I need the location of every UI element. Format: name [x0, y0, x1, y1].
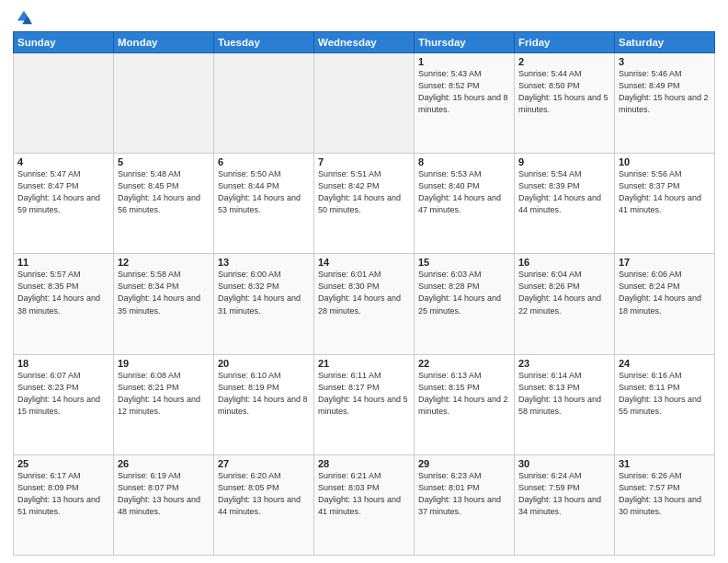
day-info: Sunrise: 6:01 AMSunset: 8:30 PMDaylight:…: [318, 269, 410, 316]
calendar-cell: 3Sunrise: 5:46 AMSunset: 8:49 PMDaylight…: [615, 53, 715, 154]
day-number: 5: [118, 156, 210, 167]
calendar-cell: 4Sunrise: 5:47 AMSunset: 8:47 PMDaylight…: [14, 154, 114, 254]
day-number: 3: [619, 56, 711, 67]
day-info: Sunrise: 5:57 AMSunset: 8:35 PMDaylight:…: [17, 269, 109, 316]
week-row-5: 25Sunrise: 6:17 AMSunset: 8:09 PMDayligh…: [14, 454, 715, 555]
day-info: Sunrise: 6:04 AMSunset: 8:26 PMDaylight:…: [518, 269, 610, 316]
logo-icon: [16, 9, 32, 26]
day-number: 12: [118, 257, 210, 268]
day-info: Sunrise: 5:53 AMSunset: 8:40 PMDaylight:…: [418, 168, 510, 216]
day-number: 15: [418, 257, 510, 268]
day-number: 4: [17, 156, 109, 167]
calendar-cell: 27Sunrise: 6:20 AMSunset: 8:05 PMDayligh…: [214, 454, 314, 555]
calendar-cell: 31Sunrise: 6:26 AMSunset: 7:57 PMDayligh…: [615, 454, 715, 555]
calendar-cell: 30Sunrise: 6:24 AMSunset: 7:59 PMDayligh…: [515, 454, 615, 555]
day-info: Sunrise: 6:26 AMSunset: 7:57 PMDaylight:…: [619, 470, 711, 518]
calendar-cell: 25Sunrise: 6:17 AMSunset: 8:09 PMDayligh…: [14, 454, 114, 555]
day-info: Sunrise: 6:23 AMSunset: 8:01 PMDaylight:…: [418, 470, 510, 518]
day-number: 31: [619, 458, 711, 469]
day-number: 11: [17, 257, 109, 268]
day-info: Sunrise: 6:21 AMSunset: 8:03 PMDaylight:…: [318, 470, 410, 518]
calendar-cell: 21Sunrise: 6:11 AMSunset: 8:17 PMDayligh…: [314, 354, 415, 454]
calendar-cell: 8Sunrise: 5:53 AMSunset: 8:40 PMDaylight…: [415, 154, 515, 254]
day-info: Sunrise: 6:14 AMSunset: 8:13 PMDaylight:…: [518, 370, 610, 418]
day-info: Sunrise: 6:16 AMSunset: 8:11 PMDaylight:…: [619, 370, 711, 418]
day-number: 23: [518, 358, 610, 369]
calendar-cell: 20Sunrise: 6:10 AMSunset: 8:19 PMDayligh…: [214, 354, 314, 454]
day-number: 10: [619, 156, 711, 167]
day-number: 2: [518, 56, 610, 67]
calendar-cell: 6Sunrise: 5:50 AMSunset: 8:44 PMDaylight…: [214, 154, 314, 254]
day-number: 20: [218, 358, 310, 369]
day-number: 19: [118, 358, 210, 369]
calendar-cell: 9Sunrise: 5:54 AMSunset: 8:39 PMDaylight…: [515, 154, 615, 254]
day-number: 9: [518, 156, 610, 167]
day-number: 26: [118, 458, 210, 469]
week-row-2: 4Sunrise: 5:47 AMSunset: 8:47 PMDaylight…: [14, 154, 715, 254]
calendar-cell: 22Sunrise: 6:13 AMSunset: 8:15 PMDayligh…: [415, 354, 515, 454]
day-number: 22: [418, 358, 510, 369]
day-info: Sunrise: 6:06 AMSunset: 8:24 PMDaylight:…: [619, 269, 711, 316]
week-row-3: 11Sunrise: 5:57 AMSunset: 8:35 PMDayligh…: [14, 254, 715, 354]
day-info: Sunrise: 5:48 AMSunset: 8:45 PMDaylight:…: [118, 168, 210, 216]
day-number: 24: [619, 358, 711, 369]
day-number: 13: [218, 257, 310, 268]
calendar-cell: 26Sunrise: 6:19 AMSunset: 8:07 PMDayligh…: [114, 454, 214, 555]
week-row-4: 18Sunrise: 6:07 AMSunset: 8:23 PMDayligh…: [14, 354, 715, 454]
day-number: 7: [318, 156, 410, 167]
day-info: Sunrise: 5:50 AMSunset: 8:44 PMDaylight:…: [218, 168, 310, 216]
day-info: Sunrise: 6:10 AMSunset: 8:19 PMDaylight:…: [218, 370, 310, 418]
calendar-cell: 15Sunrise: 6:03 AMSunset: 8:28 PMDayligh…: [415, 254, 515, 354]
day-info: Sunrise: 5:58 AMSunset: 8:34 PMDaylight:…: [118, 269, 210, 316]
day-number: 18: [17, 358, 109, 369]
day-number: 28: [318, 458, 410, 469]
day-number: 21: [318, 358, 410, 369]
calendar-cell: [214, 53, 314, 154]
calendar-cell: 29Sunrise: 6:23 AMSunset: 8:01 PMDayligh…: [415, 454, 515, 555]
page-header: [13, 9, 715, 26]
calendar-cell: 28Sunrise: 6:21 AMSunset: 8:03 PMDayligh…: [314, 454, 415, 555]
weekday-header-saturday: Saturday: [615, 32, 715, 53]
day-number: 14: [318, 257, 410, 268]
logo: [13, 9, 32, 26]
day-info: Sunrise: 5:47 AMSunset: 8:47 PMDaylight:…: [17, 168, 109, 216]
day-info: Sunrise: 6:11 AMSunset: 8:17 PMDaylight:…: [318, 370, 410, 418]
day-info: Sunrise: 6:19 AMSunset: 8:07 PMDaylight:…: [118, 470, 210, 518]
day-number: 8: [418, 156, 510, 167]
day-number: 29: [418, 458, 510, 469]
day-info: Sunrise: 6:17 AMSunset: 8:09 PMDaylight:…: [17, 470, 109, 518]
day-number: 17: [619, 257, 711, 268]
calendar-cell: 23Sunrise: 6:14 AMSunset: 8:13 PMDayligh…: [515, 354, 615, 454]
day-number: 25: [17, 458, 109, 469]
calendar-cell: 13Sunrise: 6:00 AMSunset: 8:32 PMDayligh…: [214, 254, 314, 354]
calendar-cell: 19Sunrise: 6:08 AMSunset: 8:21 PMDayligh…: [114, 354, 214, 454]
day-info: Sunrise: 6:08 AMSunset: 8:21 PMDaylight:…: [118, 370, 210, 418]
day-number: 16: [518, 257, 610, 268]
day-number: 27: [218, 458, 310, 469]
weekday-header-wednesday: Wednesday: [314, 32, 415, 53]
week-row-1: 1Sunrise: 5:43 AMSunset: 8:52 PMDaylight…: [14, 53, 715, 154]
day-info: Sunrise: 5:51 AMSunset: 8:42 PMDaylight:…: [318, 168, 410, 216]
calendar-cell: 14Sunrise: 6:01 AMSunset: 8:30 PMDayligh…: [314, 254, 415, 354]
day-info: Sunrise: 6:13 AMSunset: 8:15 PMDaylight:…: [418, 370, 510, 418]
weekday-header-row: SundayMondayTuesdayWednesdayThursdayFrid…: [14, 32, 715, 53]
day-info: Sunrise: 6:24 AMSunset: 7:59 PMDaylight:…: [518, 470, 610, 518]
day-info: Sunrise: 6:20 AMSunset: 8:05 PMDaylight:…: [218, 470, 310, 518]
day-info: Sunrise: 6:07 AMSunset: 8:23 PMDaylight:…: [17, 370, 109, 418]
weekday-header-sunday: Sunday: [14, 32, 114, 53]
calendar-cell: [14, 53, 114, 154]
day-info: Sunrise: 5:46 AMSunset: 8:49 PMDaylight:…: [619, 68, 711, 116]
calendar-cell: 18Sunrise: 6:07 AMSunset: 8:23 PMDayligh…: [14, 354, 114, 454]
day-number: 1: [418, 56, 510, 67]
day-info: Sunrise: 5:54 AMSunset: 8:39 PMDaylight:…: [518, 168, 610, 216]
day-info: Sunrise: 5:44 AMSunset: 8:50 PMDaylight:…: [518, 68, 610, 116]
calendar-cell: 5Sunrise: 5:48 AMSunset: 8:45 PMDaylight…: [114, 154, 214, 254]
weekday-header-monday: Monday: [114, 32, 214, 53]
day-number: 30: [518, 458, 610, 469]
day-info: Sunrise: 6:03 AMSunset: 8:28 PMDaylight:…: [418, 269, 510, 316]
calendar-cell: 17Sunrise: 6:06 AMSunset: 8:24 PMDayligh…: [615, 254, 715, 354]
day-info: Sunrise: 5:56 AMSunset: 8:37 PMDaylight:…: [619, 168, 711, 216]
weekday-header-thursday: Thursday: [415, 32, 515, 53]
calendar-cell: 7Sunrise: 5:51 AMSunset: 8:42 PMDaylight…: [314, 154, 415, 254]
weekday-header-friday: Friday: [515, 32, 615, 53]
